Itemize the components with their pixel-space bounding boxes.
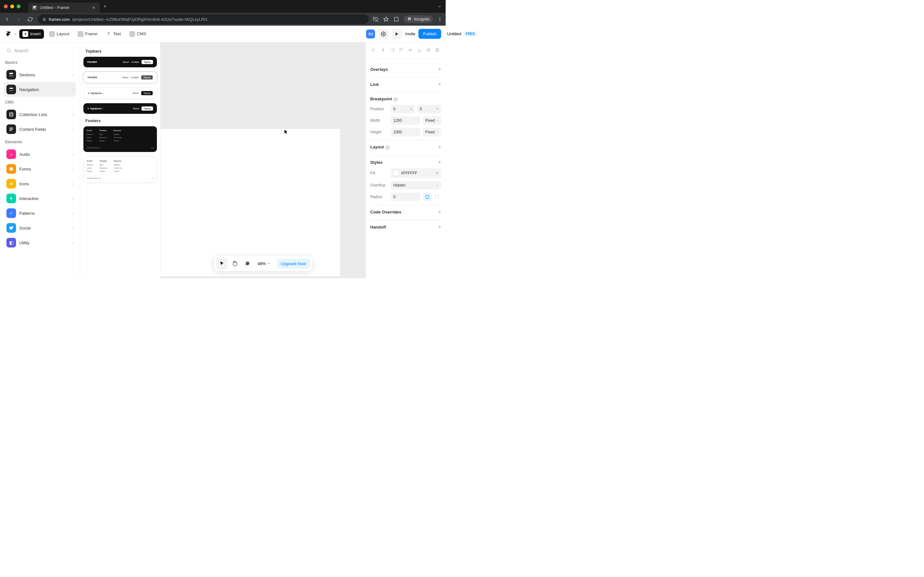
zoom-dropdown[interactable]: 49% [254, 261, 274, 266]
align-hcenter[interactable] [379, 45, 387, 55]
favicon [32, 5, 37, 10]
menu-icon[interactable] [437, 17, 443, 22]
align-vcenter[interactable] [407, 45, 414, 55]
sidebar-item-patterns[interactable]: ✓ Patterns › [4, 206, 76, 221]
invite-button[interactable]: Invite [405, 31, 415, 36]
publish-button[interactable]: Publish [418, 29, 441, 39]
topbar-template-4[interactable]: ✦logoipsum• About Signup [83, 103, 157, 114]
chevron-down-icon[interactable] [14, 32, 17, 35]
radius-input[interactable]: 0 [391, 193, 421, 201]
artboard[interactable] [160, 129, 340, 276]
distribute-v[interactable] [433, 45, 441, 55]
left-sidebar: Search Basics Sections › Navigation › CM… [0, 42, 80, 278]
topbar-template-3[interactable]: ✦logoipsum• About Signup [83, 87, 157, 99]
chevron-right-icon: › [72, 87, 73, 92]
tab-close-icon[interactable]: ✕ [91, 5, 96, 10]
text-button[interactable]: T Text [102, 29, 124, 39]
icons-icon: ★ [6, 179, 16, 189]
play-button[interactable] [392, 29, 402, 39]
incognito-icon [407, 17, 412, 22]
width-input[interactable]: 1200 [391, 116, 420, 125]
info-icon[interactable]: i [393, 97, 398, 102]
svg-point-12 [10, 113, 13, 114]
svg-point-4 [439, 19, 441, 20]
align-top[interactable] [397, 45, 405, 55]
sidebar-item-icons[interactable]: ★ Icons › [4, 176, 76, 191]
fill-swatch[interactable] [393, 170, 399, 176]
layout-label: Layout [57, 31, 69, 36]
hand-icon [232, 261, 237, 266]
frame-button[interactable]: Frame [74, 29, 101, 39]
star-icon[interactable] [383, 16, 389, 22]
browser-addressbar: framer.com/projects/Untitled--mZ98oDWaPJ… [0, 13, 446, 26]
framer-logo[interactable] [5, 30, 12, 38]
sidebar-item-social[interactable]: Social › [4, 221, 76, 235]
insert-button[interactable]: + Insert [19, 29, 44, 39]
hand-tool[interactable] [229, 258, 240, 269]
height-input[interactable]: 1000 [391, 128, 420, 136]
add-style[interactable]: + [438, 159, 441, 165]
footer-template-1[interactable]: ProductFeaturesLayersPlugins TemplatesBl… [83, 126, 157, 152]
cms-button[interactable]: CMS [126, 29, 150, 39]
sidebar-item-content-fields[interactable]: Content Fields › [4, 122, 76, 137]
signup-button: Signup [141, 75, 153, 79]
eye-off-icon[interactable] [373, 16, 379, 22]
select-tool[interactable] [216, 258, 228, 269]
add-overlay[interactable]: + [438, 66, 441, 72]
sidebar-item-audio[interactable]: ♪ Audio › [4, 147, 76, 161]
distribute-h[interactable] [425, 45, 432, 55]
sidebar-item-collection-lists[interactable]: Collection Lists › [4, 107, 76, 122]
back-button[interactable] [3, 15, 11, 23]
canvas[interactable]: 49% Upgrade Now [160, 42, 365, 278]
maximize-window[interactable] [17, 5, 21, 8]
overflow-dropdown[interactable]: Hidden [391, 181, 441, 189]
radius-all[interactable] [423, 193, 431, 201]
align-bottom[interactable] [415, 45, 423, 55]
topbar-template-1[interactable]: FRAMER About Contact Signup [83, 57, 157, 67]
add-override[interactable]: + [438, 209, 441, 215]
incognito-badge[interactable]: Incognito [404, 15, 433, 23]
align-right[interactable] [388, 45, 396, 55]
forward-button[interactable] [15, 15, 23, 23]
fill-input[interactable]: #FFFFFF ✕ [391, 168, 441, 178]
add-link[interactable]: + [438, 81, 441, 87]
info-icon[interactable]: i [385, 145, 390, 150]
align-left[interactable] [370, 45, 378, 55]
url-input[interactable]: framer.com/projects/Untitled--mZ98oDWaPJ… [38, 15, 369, 24]
browser-tab[interactable]: Untitled – Framer ✕ [28, 3, 100, 13]
layout-button[interactable]: Layout [46, 29, 73, 39]
overflow-label: Overflow [370, 183, 388, 187]
reload-button[interactable] [26, 15, 34, 23]
close-window[interactable] [4, 5, 8, 8]
radius-individual[interactable] [433, 193, 441, 201]
sidebar-item-forms[interactable]: Forms › [4, 161, 76, 176]
position-x-input[interactable]: 0X [391, 105, 415, 113]
add-handoff[interactable]: + [438, 224, 441, 230]
footer-template-2[interactable]: ProductFeaturesLayersPlugins TemplatesBl… [83, 156, 157, 183]
comment-tool[interactable] [242, 258, 253, 269]
settings-button[interactable] [378, 29, 389, 39]
browser-titlebar: Untitled – Framer ✕ + [0, 0, 446, 13]
upgrade-button[interactable]: Upgrade Now [277, 259, 310, 269]
user-avatar[interactable]: SJ [366, 29, 375, 39]
extension-icon[interactable] [393, 16, 399, 22]
topbar-template-2[interactable]: FRAMER About Contact Signup [83, 72, 157, 83]
audio-icon: ♪ [6, 149, 16, 159]
height-mode-dropdown[interactable]: Fixed [423, 128, 441, 136]
sidebar-item-utility[interactable]: ◧ Utility › [4, 235, 76, 250]
width-mode-dropdown[interactable]: Fixed [423, 116, 441, 125]
position-y-input[interactable]: 0Y [417, 105, 441, 113]
minimize-window[interactable] [10, 5, 14, 8]
sidebar-item-navigation[interactable]: Navigation › [4, 82, 76, 97]
sidebar-item-sections[interactable]: Sections › [4, 67, 76, 82]
search-input[interactable]: Search [4, 46, 76, 55]
url-path: /projects/Untitled--mZ98oDWaPJyDRgKHm9n8… [72, 17, 208, 22]
svg-rect-11 [9, 90, 13, 91]
new-tab-button[interactable]: + [103, 3, 107, 9]
social-icon [6, 223, 16, 233]
add-layout[interactable]: + [438, 144, 441, 150]
sidebar-item-interactive[interactable]: ✦ Interactive › [4, 191, 76, 206]
clear-fill[interactable]: ✕ [435, 171, 439, 175]
footers-label: Footers [86, 118, 155, 123]
chevron-down-icon[interactable] [437, 4, 442, 9]
